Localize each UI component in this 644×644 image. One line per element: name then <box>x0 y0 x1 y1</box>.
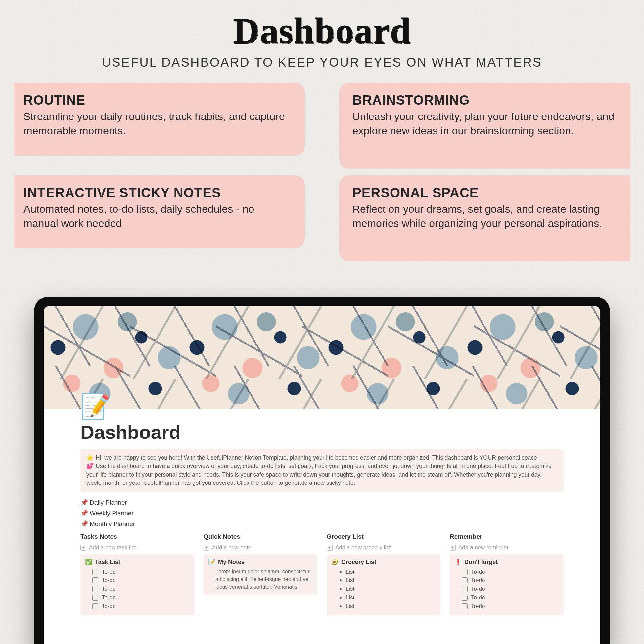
column-tasks: Tasks Notes Add a new task list ✅ Task L… <box>80 533 194 615</box>
note-body: Lorem ipsum dolor sit amet, consectetur … <box>208 568 313 591</box>
todo-item[interactable]: To-do <box>454 568 559 576</box>
welcome-callout[interactable]: ⭐Hi, we are happy to see you here! With … <box>80 449 564 492</box>
link-label: Weekly Planner <box>90 510 134 517</box>
checkbox-icon[interactable] <box>462 577 468 583</box>
hero-subhead: USEFUL DASHBOARD TO KEEP YOUR EYES ON WH… <box>0 55 644 69</box>
cover-banner <box>44 306 600 409</box>
plus-icon <box>450 545 456 551</box>
feature-card-sticky-notes: INTERACTIVE STICKY NOTES Automated notes… <box>14 175 305 248</box>
page-icon[interactable]: 📝 <box>80 394 564 418</box>
todo-item[interactable]: To-do <box>454 585 559 593</box>
page-title[interactable]: Dashboard <box>80 421 564 443</box>
callout-text: Hi, we are happy to see you here! With t… <box>96 454 537 461</box>
todo-item[interactable]: To-do <box>454 593 559 602</box>
todo-item[interactable]: To-do <box>85 602 190 611</box>
todo-label: To-do <box>102 569 116 575</box>
checkbox-icon[interactable] <box>462 603 468 609</box>
checkbox-icon[interactable] <box>462 595 468 601</box>
todo-label: To-do <box>471 594 485 601</box>
todo-label: To-do <box>471 577 485 584</box>
list-item-label: List <box>346 603 354 610</box>
link-monthly-planner[interactable]: 📌Monthly Planner <box>80 519 564 529</box>
placeholder-text: Add a new reminder <box>458 544 509 551</box>
add-task-list-button[interactable]: Add a new task list <box>80 543 136 554</box>
bullet-list: ListListListListList <box>331 568 436 611</box>
grocery-list-note[interactable]: 🥑 Grocery List ListListListListList <box>327 554 440 615</box>
todo-label: To-do <box>102 586 116 592</box>
avocado-icon: 🥑 <box>331 558 339 566</box>
list-item-label: List <box>346 586 354 592</box>
hero-title: Dashboard <box>0 10 644 52</box>
column-heading: Tasks Notes <box>80 533 194 540</box>
column-heading: Remember <box>450 533 564 540</box>
feature-title: BRAINSTORMING <box>352 93 617 108</box>
link-weekly-planner[interactable]: 📌Weekly Planner <box>80 508 564 519</box>
feature-card-routine: ROUTINE Streamline your daily routines, … <box>14 83 305 156</box>
todo-label: To-do <box>471 569 485 575</box>
callout-text: Use the dashboard to have a quick overvi… <box>86 463 552 486</box>
list-item-label: List <box>346 569 354 575</box>
todo-item[interactable]: To-do <box>85 568 190 576</box>
pin-icon: 📌 <box>80 520 88 527</box>
todo-item[interactable]: To-do <box>454 602 559 611</box>
checkmark-icon: ✅ <box>85 558 92 566</box>
laptop-mockup: 📝 Dashboard ⭐Hi, we are happy to see you… <box>34 297 610 644</box>
feature-title: ROUTINE <box>23 93 292 108</box>
todo-item[interactable]: To-do <box>85 593 190 602</box>
plus-icon <box>327 545 333 551</box>
checkbox-icon[interactable] <box>462 586 468 592</box>
list-item-label: List <box>346 577 354 584</box>
checkbox-icon[interactable] <box>462 569 468 575</box>
todo-item[interactable]: To-do <box>85 576 190 585</box>
feature-card-personal-space: PERSONAL SPACE Reflect on your dreams, s… <box>339 175 630 261</box>
column-quick-notes: Quick Notes Add a new note 📝 My Notes Lo… <box>204 533 317 615</box>
add-grocery-list-button[interactable]: Add a new grocery list <box>327 543 391 554</box>
list-item[interactable]: List <box>331 576 436 585</box>
placeholder-text: Add a new grocery list <box>335 544 391 551</box>
task-list-note[interactable]: ✅ Task List To-doTo-doTo-doTo-doTo-do <box>80 554 194 615</box>
checkbox-icon[interactable] <box>92 577 98 583</box>
todo-label: To-do <box>102 594 116 601</box>
planner-links: 📌Daily Planner 📌Weekly Planner 📌Monthly … <box>80 497 564 529</box>
list-item-label: List <box>346 594 354 601</box>
column-remember: Remember Add a new reminder ❗ Don't forg… <box>450 533 564 615</box>
todo-item[interactable]: To-do <box>454 576 559 585</box>
checkbox-icon[interactable] <box>92 569 98 575</box>
pin-icon: 📌 <box>80 510 88 517</box>
todo-label: To-do <box>471 586 485 592</box>
add-reminder-button[interactable]: Add a new reminder <box>450 543 509 554</box>
todo-list: To-doTo-doTo-doTo-doTo-do <box>454 568 559 611</box>
pin-icon: 📌 <box>80 499 88 506</box>
list-item[interactable]: List <box>331 602 436 611</box>
add-note-button[interactable]: Add a new note <box>204 543 251 554</box>
feature-body: Streamline your daily routines, track ha… <box>23 110 292 138</box>
link-daily-planner[interactable]: 📌Daily Planner <box>80 497 564 508</box>
placeholder-text: Add a new note <box>212 544 251 551</box>
checkbox-icon[interactable] <box>92 595 98 601</box>
todo-item[interactable]: To-do <box>85 585 190 593</box>
my-notes-note[interactable]: 📝 My Notes Lorem ipsum dolor sit amet, c… <box>204 554 317 595</box>
feature-title: INTERACTIVE STICKY NOTES <box>23 185 292 200</box>
checkbox-icon[interactable] <box>92 586 98 592</box>
note-title: Don't forget <box>464 559 498 566</box>
note-title: My Notes <box>218 559 245 566</box>
feature-title: PERSONAL SPACE <box>352 185 617 200</box>
list-item[interactable]: List <box>331 568 436 576</box>
plus-icon <box>80 545 86 551</box>
dont-forget-note[interactable]: ❗ Don't forget To-doTo-doTo-doTo-doTo-do <box>450 554 564 615</box>
list-item[interactable]: List <box>331 585 436 593</box>
star-icon: ⭐ <box>86 454 94 461</box>
column-heading: Quick Notes <box>204 533 317 540</box>
checkbox-icon[interactable] <box>92 603 98 609</box>
memo-icon: 📝 <box>208 558 215 566</box>
note-title: Task List <box>95 559 120 566</box>
plus-icon <box>204 545 209 551</box>
todo-label: To-do <box>102 603 116 610</box>
link-label: Daily Planner <box>90 499 127 506</box>
column-grocery: Grocery List Add a new grocery list 🥑 Gr… <box>327 533 440 615</box>
feature-body: Reflect on your dreams, set goals, and c… <box>352 202 617 231</box>
todo-label: To-do <box>102 577 116 584</box>
link-label: Monthly Planner <box>90 520 135 527</box>
list-item[interactable]: List <box>331 593 436 602</box>
feature-body: Automated notes, to-do lists, daily sche… <box>23 202 292 231</box>
